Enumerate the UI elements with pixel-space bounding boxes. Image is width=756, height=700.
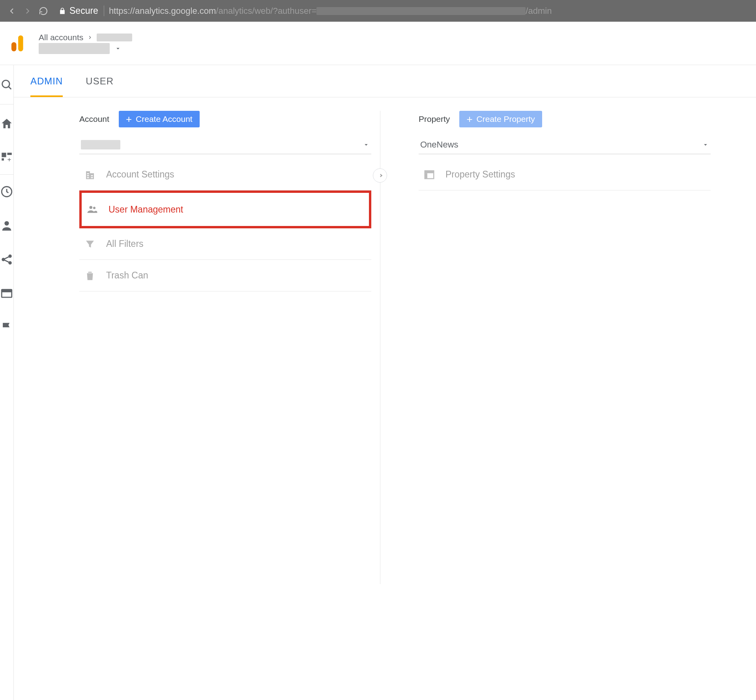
- svg-rect-18: [425, 173, 427, 179]
- dashboard-icon: +: [0, 151, 13, 164]
- plus-icon: +: [466, 113, 472, 125]
- trash-can-row[interactable]: Trash Can: [79, 260, 371, 291]
- create-property-button[interactable]: + Create Property: [459, 111, 542, 127]
- url-host: https://analytics.google.com: [109, 6, 216, 16]
- property-selector[interactable]: OneNews: [419, 135, 711, 154]
- browser-back-button[interactable]: [4, 3, 20, 19]
- nav-home[interactable]: [0, 107, 13, 141]
- svg-rect-0: [18, 35, 23, 51]
- breadcrumb-account-redacted: [97, 34, 132, 41]
- svg-rect-3: [2, 153, 6, 157]
- property-column: Property + Create Property OneNews: [419, 111, 711, 291]
- swap-column-button[interactable]: [373, 168, 387, 183]
- arrow-right-icon: [376, 171, 384, 180]
- user-management-label: User Management: [109, 204, 183, 215]
- property-settings-label: Property Settings: [445, 169, 515, 180]
- home-icon: [0, 117, 13, 131]
- breadcrumb-property-redacted: [39, 43, 110, 54]
- chevron-right-icon: [87, 35, 93, 40]
- people-icon: [86, 203, 99, 215]
- flag-icon: [0, 321, 13, 334]
- browser-chrome: Secure https://analytics.google.com /ana…: [0, 0, 756, 22]
- nav-conversions[interactable]: [0, 310, 13, 344]
- svg-point-15: [93, 207, 95, 209]
- filter-icon: [83, 238, 97, 250]
- trash-icon: [83, 270, 97, 282]
- create-property-label: Create Property: [477, 114, 535, 124]
- account-column: Account + Create Account Account: [79, 111, 371, 291]
- trash-can-label: Trash Can: [106, 270, 148, 281]
- url-path-post: /admin: [526, 6, 552, 16]
- property-selector-value: OneNews: [420, 140, 458, 150]
- svg-point-9: [2, 258, 5, 261]
- svg-rect-17: [425, 171, 434, 173]
- svg-rect-13: [2, 289, 12, 292]
- caret-down-icon: [363, 141, 370, 148]
- tab-user-label: USER: [86, 76, 114, 87]
- person-icon: [0, 219, 13, 232]
- lock-icon: [58, 7, 66, 15]
- browser-address-bar[interactable]: Secure https://analytics.google.com /ana…: [55, 4, 752, 18]
- search-icon: [0, 78, 13, 91]
- svg-rect-1: [11, 42, 17, 51]
- share-icon: [0, 253, 13, 266]
- property-column-label: Property: [419, 114, 450, 124]
- all-filters-row[interactable]: All Filters: [79, 228, 371, 260]
- svg-point-11: [9, 262, 11, 264]
- create-account-label: Create Account: [136, 114, 193, 124]
- browser-icon: [0, 287, 13, 300]
- svg-rect-4: [7, 153, 11, 155]
- tab-user[interactable]: USER: [86, 65, 114, 97]
- nav-search[interactable]: [0, 65, 13, 105]
- browser-forward-button[interactable]: [20, 3, 36, 19]
- app-header: All accounts: [0, 22, 756, 65]
- nav-acquisition[interactable]: [0, 243, 13, 276]
- caret-down-icon: [702, 141, 709, 148]
- account-selector-value-redacted: [81, 140, 120, 149]
- url-redacted: [316, 7, 526, 15]
- admin-tab-strip: ADMIN USER: [14, 65, 756, 97]
- svg-point-10: [9, 255, 11, 258]
- tab-admin[interactable]: ADMIN: [30, 65, 63, 97]
- property-settings-row[interactable]: Property Settings: [419, 159, 711, 190]
- clock-icon: [0, 185, 13, 198]
- svg-point-8: [4, 221, 9, 226]
- building-icon: [83, 169, 97, 181]
- breadcrumb-root: All accounts: [39, 33, 83, 42]
- caret-down-icon: [114, 45, 122, 52]
- nav-customization[interactable]: +: [0, 141, 13, 175]
- all-filters-label: All Filters: [106, 239, 144, 249]
- layout-icon: [423, 169, 436, 181]
- svg-text:+: +: [7, 155, 11, 163]
- url-path-pre: /analytics/web/?authuser=: [216, 6, 316, 16]
- left-nav-rail: +: [0, 65, 14, 700]
- user-management-row[interactable]: User Management: [79, 190, 371, 228]
- nav-audience[interactable]: [0, 209, 13, 243]
- browser-reload-button[interactable]: [36, 3, 51, 19]
- account-settings-label: Account Settings: [106, 169, 174, 180]
- plus-icon: +: [126, 113, 132, 125]
- secure-label: Secure: [69, 6, 104, 16]
- nav-behavior[interactable]: [0, 276, 13, 310]
- nav-realtime[interactable]: [0, 175, 13, 209]
- create-account-button[interactable]: + Create Account: [119, 111, 200, 127]
- account-selector[interactable]: [79, 135, 371, 154]
- svg-point-2: [2, 80, 9, 87]
- ga-logo-icon: [7, 34, 27, 53]
- svg-rect-5: [2, 158, 4, 161]
- tab-admin-label: ADMIN: [30, 76, 63, 87]
- svg-point-14: [90, 206, 93, 209]
- account-settings-row[interactable]: Account Settings: [79, 159, 371, 190]
- account-breadcrumb[interactable]: All accounts: [39, 33, 132, 54]
- account-column-label: Account: [79, 114, 109, 124]
